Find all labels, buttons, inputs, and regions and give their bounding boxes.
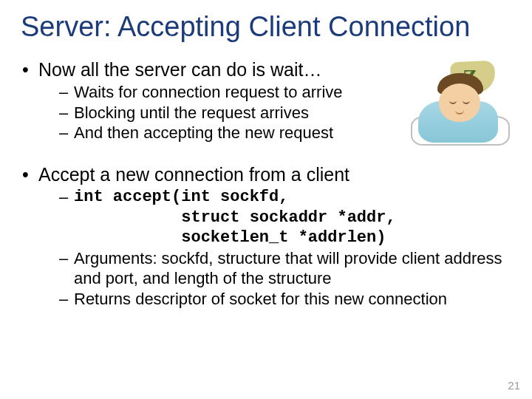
mouth-icon (455, 109, 464, 115)
eye-icon (449, 100, 457, 104)
bullet-level2: Returns descriptor of socket for this ne… (59, 289, 511, 310)
bullet-level2-code: int accept(int sockfd, struct sockaddr *… (59, 187, 511, 248)
sleeping-illustration: Z (408, 63, 511, 150)
slide-number: 21 (508, 379, 520, 392)
bullet-text: Accept a new connection from a client (38, 164, 349, 185)
bullet-text: Now all the server can do is wait… (38, 59, 321, 80)
code-line: struct sockaddr *addr, (74, 208, 396, 227)
bullet-level2: Arguments: sockfd, structure that will p… (59, 248, 511, 289)
code-line: socketlen_t *addrlen) (74, 228, 386, 247)
slide: Server: Accepting Client Connection Now … (0, 0, 532, 399)
bullet-level1: Accept a new connection from a client in… (21, 164, 511, 310)
slide-title: Server: Accepting Client Connection (21, 12, 511, 43)
head-icon (439, 83, 480, 122)
eye-icon (463, 100, 470, 104)
code-line: int accept(int sockfd, (74, 188, 288, 206)
